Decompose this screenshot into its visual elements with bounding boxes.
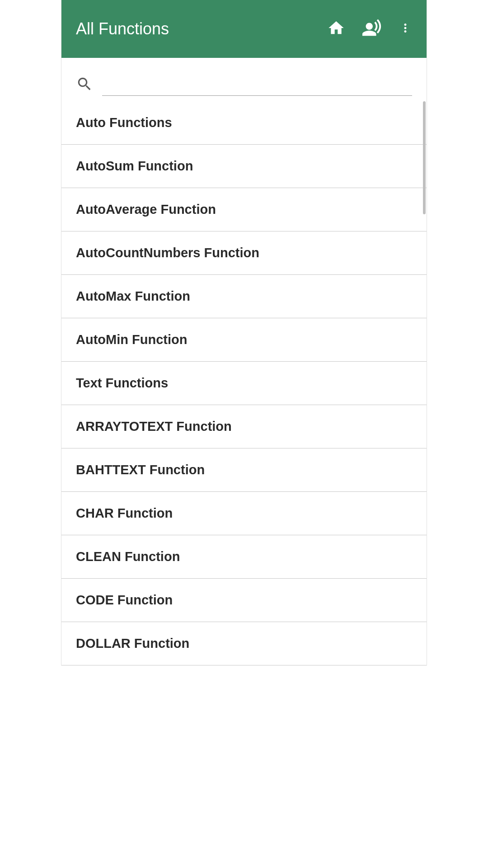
list-item[interactable]: AutoMin Function: [61, 318, 427, 362]
more-vert-icon: [399, 21, 412, 37]
list-item-label: AutoAverage Function: [76, 202, 216, 217]
list-item-label: ARRAYTOTEXT Function: [76, 419, 232, 434]
home-button[interactable]: [327, 19, 345, 39]
list-item-label: CODE Function: [76, 593, 173, 608]
list-item[interactable]: CHAR Function: [61, 492, 427, 535]
list-item[interactable]: AutoCountNumbers Function: [61, 231, 427, 275]
function-list: Auto Functions AutoSum Function AutoAver…: [61, 101, 427, 665]
list-item-label: AutoSum Function: [76, 159, 193, 174]
list-item[interactable]: ARRAYTOTEXT Function: [61, 405, 427, 448]
list-item[interactable]: BAHTTEXT Function: [61, 448, 427, 492]
list-item-label: Auto Functions: [76, 115, 172, 130]
list-item[interactable]: AutoSum Function: [61, 145, 427, 188]
page-title: All Functions: [76, 19, 169, 38]
search-icon: [76, 75, 93, 93]
header-actions: [327, 18, 412, 40]
list-item[interactable]: DOLLAR Function: [61, 622, 427, 665]
home-icon: [327, 19, 345, 39]
voice-icon: [361, 18, 382, 40]
list-item[interactable]: AutoMax Function: [61, 275, 427, 318]
list-item[interactable]: Auto Functions: [61, 101, 427, 145]
app-header: All Functions: [61, 0, 427, 58]
list-item-label: DOLLAR Function: [76, 636, 189, 651]
list-item-label: AutoCountNumbers Function: [76, 245, 259, 260]
list-item-label: CHAR Function: [76, 506, 173, 521]
list-item-label: CLEAN Function: [76, 549, 180, 564]
list-item[interactable]: CODE Function: [61, 579, 427, 622]
search-input[interactable]: [102, 73, 412, 96]
list-item-label: AutoMax Function: [76, 289, 190, 304]
search-row: [61, 58, 427, 101]
scroll-indicator[interactable]: [423, 101, 426, 214]
list-item[interactable]: Text Functions: [61, 362, 427, 405]
more-button[interactable]: [399, 21, 412, 37]
list-item[interactable]: AutoAverage Function: [61, 188, 427, 231]
list-item[interactable]: CLEAN Function: [61, 535, 427, 579]
app-container: All Functions: [61, 0, 427, 665]
list-item-label: AutoMin Function: [76, 332, 187, 347]
voice-button[interactable]: [361, 18, 382, 40]
list-item-label: BAHTTEXT Function: [76, 462, 205, 477]
list-item-label: Text Functions: [76, 376, 168, 391]
